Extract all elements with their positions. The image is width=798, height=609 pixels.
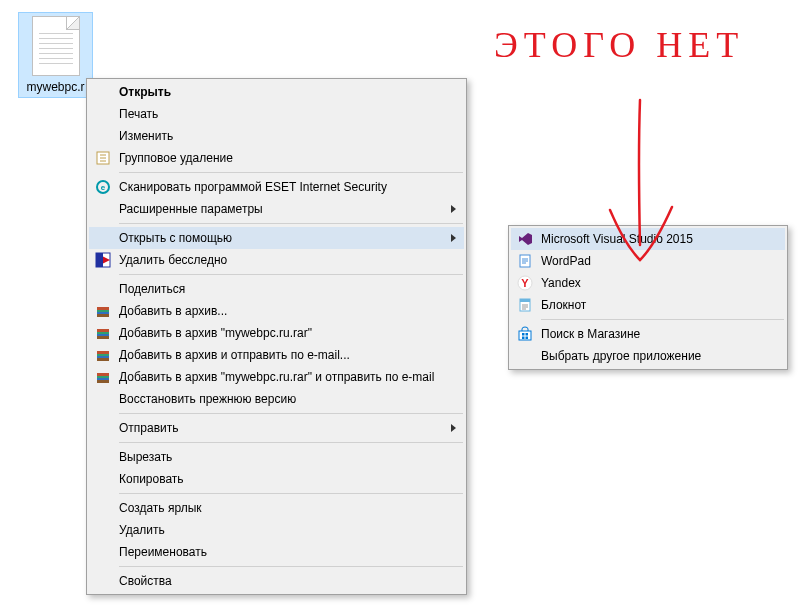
submenu-visual-studio[interactable]: Microsoft Visual Studio 2015 bbox=[511, 228, 785, 250]
submenu-notepad[interactable]: Блокнот bbox=[511, 294, 785, 316]
file-label: mywebpc.r bbox=[22, 80, 89, 94]
menu-edit[interactable]: Изменить bbox=[89, 125, 464, 147]
svg-rect-19 bbox=[97, 376, 109, 378]
menu-eset-scan[interactable]: e Сканировать программой ESET Internet S… bbox=[89, 176, 464, 198]
svg-rect-27 bbox=[522, 333, 525, 336]
submenu-wordpad[interactable]: WordPad bbox=[511, 250, 785, 272]
file-item[interactable]: mywebpc.r bbox=[18, 12, 93, 98]
svg-rect-26 bbox=[519, 331, 531, 340]
svg-rect-16 bbox=[97, 356, 109, 358]
annotation-text: ЭТОГО НЕТ bbox=[494, 24, 744, 66]
svg-rect-18 bbox=[97, 373, 109, 376]
separator bbox=[119, 172, 463, 173]
group-delete-icon bbox=[93, 148, 113, 168]
context-menu: Открыть Печать Изменить Групповое удален… bbox=[86, 78, 467, 595]
svg-rect-6 bbox=[97, 307, 109, 310]
svg-rect-4 bbox=[96, 253, 103, 267]
menu-send-to[interactable]: Отправить bbox=[89, 417, 464, 439]
eset-icon: e bbox=[93, 177, 113, 197]
svg-text:e: e bbox=[101, 183, 106, 192]
yandex-icon: Y bbox=[515, 273, 535, 293]
menu-add-archive[interactable]: Добавить в архив... bbox=[89, 300, 464, 322]
menu-open-with[interactable]: Открыть с помощью bbox=[89, 227, 464, 249]
submenu-open-with: Microsoft Visual Studio 2015 WordPad Y Y… bbox=[508, 225, 788, 370]
submenu-choose-other[interactable]: Выбрать другое приложение bbox=[511, 345, 785, 367]
separator bbox=[119, 442, 463, 443]
separator bbox=[119, 566, 463, 567]
menu-cut[interactable]: Вырезать bbox=[89, 446, 464, 468]
menu-open[interactable]: Открыть bbox=[89, 81, 464, 103]
store-icon bbox=[515, 324, 535, 344]
visual-studio-icon bbox=[515, 229, 535, 249]
menu-advanced-options[interactable]: Расширенные параметры bbox=[89, 198, 464, 220]
svg-rect-12 bbox=[97, 334, 109, 336]
notepad-icon bbox=[515, 295, 535, 315]
winrar-icon bbox=[93, 367, 113, 387]
menu-add-archive-named-email[interactable]: Добавить в архив "mywebpc.ru.rar" и отпр… bbox=[89, 366, 464, 388]
menu-delete[interactable]: Удалить bbox=[89, 519, 464, 541]
menu-group-delete[interactable]: Групповое удаление bbox=[89, 147, 464, 169]
menu-properties[interactable]: Свойства bbox=[89, 570, 464, 592]
menu-add-archive-named[interactable]: Добавить в архив "mywebpc.ru.rar" bbox=[89, 322, 464, 344]
svg-rect-11 bbox=[97, 332, 109, 334]
svg-rect-30 bbox=[526, 337, 529, 340]
svg-text:Y: Y bbox=[521, 277, 529, 289]
winrar-icon bbox=[93, 345, 113, 365]
menu-shred[interactable]: Удалить бесследно bbox=[89, 249, 464, 271]
submenu-store-search[interactable]: Поиск в Магазине bbox=[511, 323, 785, 345]
svg-rect-8 bbox=[97, 312, 109, 314]
svg-rect-15 bbox=[97, 354, 109, 356]
winrar-icon bbox=[93, 323, 113, 343]
separator bbox=[541, 319, 784, 320]
svg-rect-20 bbox=[97, 378, 109, 380]
menu-restore-previous[interactable]: Восстановить прежнюю версию bbox=[89, 388, 464, 410]
chevron-right-icon bbox=[451, 234, 456, 242]
svg-rect-14 bbox=[97, 351, 109, 354]
separator bbox=[119, 413, 463, 414]
winrar-icon bbox=[93, 301, 113, 321]
shred-icon bbox=[93, 250, 113, 270]
menu-share[interactable]: Поделиться bbox=[89, 278, 464, 300]
submenu-yandex[interactable]: Y Yandex bbox=[511, 272, 785, 294]
separator bbox=[119, 493, 463, 494]
svg-rect-25 bbox=[520, 299, 530, 302]
chevron-right-icon bbox=[451, 424, 456, 432]
text-file-icon bbox=[32, 16, 80, 76]
chevron-right-icon bbox=[451, 205, 456, 213]
svg-rect-28 bbox=[526, 333, 529, 336]
wordpad-icon bbox=[515, 251, 535, 271]
svg-rect-7 bbox=[97, 310, 109, 312]
menu-rename[interactable]: Переименовать bbox=[89, 541, 464, 563]
menu-print[interactable]: Печать bbox=[89, 103, 464, 125]
menu-add-archive-email[interactable]: Добавить в архив и отправить по e-mail..… bbox=[89, 344, 464, 366]
menu-copy[interactable]: Копировать bbox=[89, 468, 464, 490]
separator bbox=[119, 274, 463, 275]
separator bbox=[119, 223, 463, 224]
svg-rect-29 bbox=[522, 337, 525, 340]
svg-rect-10 bbox=[97, 329, 109, 332]
menu-create-shortcut[interactable]: Создать ярлык bbox=[89, 497, 464, 519]
